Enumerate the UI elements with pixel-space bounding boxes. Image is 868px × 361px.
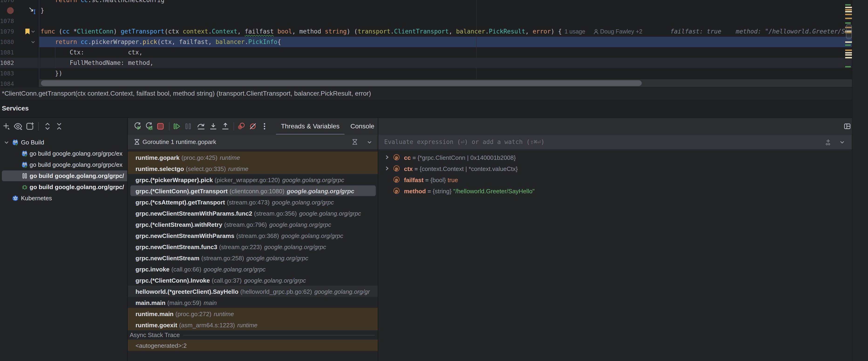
tab-threads-variables[interactable]: Threads & Variables — [276, 118, 345, 135]
view-options-button[interactable] — [12, 118, 24, 135]
frame-row-content: grpc.(*ClientConn).getTransport(clientco… — [128, 185, 378, 196]
code-line-1076[interactable]: return cc.sc.healthCheckConfig — [0, 0, 852, 5]
remove-breakpoints-button[interactable] — [247, 118, 258, 135]
code-line-1079[interactable]: func (cc *ClientConn) getTransport(ctx c… — [0, 26, 852, 37]
frame-row[interactable]: grpc.newClientStreamWithParams.func2(str… — [128, 207, 378, 219]
stripe-mark[interactable] — [845, 22, 851, 24]
code-line-1077[interactable]: } — [0, 5, 852, 16]
stripe-mark[interactable] — [845, 54, 852, 56]
variable-row-failfast[interactable]: pfailfast = {bool} true — [378, 174, 852, 185]
tree-item-go-build-google-golang-org-grpc-ex[interactable]: go build google.golang.org/grpc/ex — [0, 148, 127, 159]
tree-item-go-build[interactable]: Go Build — [0, 137, 127, 148]
variable-row-method[interactable]: pmethod = {string} "/helloworld.Greeter/… — [378, 185, 852, 196]
usages-hint[interactable]: 1 usage — [565, 26, 585, 37]
frame-row[interactable]: runtime.gopark(proc.go:425)runtime — [128, 152, 378, 163]
stripe-mark[interactable] — [845, 57, 852, 58]
mute-breakpoints-button[interactable] — [236, 118, 247, 135]
stripe-mark[interactable] — [845, 66, 851, 67]
resume-button[interactable] — [171, 118, 182, 135]
frame-row[interactable]: grpc.(*ClientConn).getTransport(clientco… — [128, 185, 378, 196]
variable-expand-chevron-icon[interactable] — [384, 155, 390, 160]
code-line-1078[interactable] — [0, 16, 852, 26]
frame-row[interactable]: grpc.newClientStreamWithParams(stream.go… — [128, 230, 378, 241]
frame-row[interactable]: grpc.newClientStream(stream.go:258)googl… — [128, 252, 378, 263]
add-button[interactable] — [1, 118, 12, 135]
evaluate-collapse-chevron-icon[interactable] — [839, 139, 845, 145]
stop-button[interactable] — [155, 118, 166, 135]
tree-item-go-build-google-golang-org-grpc-[interactable]: go build google.golang.org/grpc/ — [0, 170, 127, 182]
tree-expand-chevron-icon[interactable] — [3, 139, 10, 146]
code-line-1083[interactable]: }) — [0, 68, 852, 78]
stripe-mark[interactable] — [845, 7, 852, 8]
stripe-mark[interactable] — [845, 4, 851, 6]
pause-button[interactable] — [183, 118, 194, 135]
variable-expand-chevron-icon[interactable] — [384, 166, 390, 171]
rerun-button[interactable] — [132, 118, 143, 135]
run-configurations-tree[interactable]: Go Buildgo build google.golang.org/grpc/… — [0, 135, 127, 361]
step-out-button[interactable] — [220, 118, 231, 135]
frame-row[interactable]: runtime.goexit(asm_arm64.s:1223)runtime — [128, 319, 378, 330]
frames-list[interactable]: runtime.gopark(proc.go:425)runtimeruntim… — [128, 149, 378, 361]
stripe-mark[interactable] — [845, 11, 852, 12]
tree-item-go-build-google-golang-org-grpc-ex[interactable]: go build google.golang.org/grpc/ex — [0, 159, 127, 170]
stripe-mark[interactable] — [845, 52, 852, 54]
frame-row[interactable]: helloworld.(*greeterClient).SayHello(hel… — [128, 286, 378, 297]
variable-row-cc[interactable]: pcc = {*grpc.ClientConn | 0x140001b2008} — [378, 152, 852, 163]
code-token: * — [70, 28, 77, 35]
tree-item-go-build-google-golang-org-grpc-[interactable]: go build google.golang.org/grpc/ — [0, 182, 127, 193]
code-token: . — [485, 28, 489, 35]
services-panel: Go Buildgo build google.golang.org/grpc/… — [0, 118, 868, 361]
vertical-scrollbar-thumb[interactable] — [846, 24, 852, 39]
go-build-icon — [12, 139, 19, 145]
error-stripe[interactable] — [845, 0, 852, 87]
frame-package: google.golang.org/grpc — [269, 221, 331, 228]
horizontal-scrollbar-track[interactable] — [39, 79, 852, 87]
frame-row[interactable]: grpc.(*csAttempt).getTransport(stream.go… — [128, 196, 378, 207]
code-line-1082[interactable]: FullMethodName: method, — [0, 58, 852, 68]
goroutine-selector[interactable]: Goroutine 1 runtime.gopark — [128, 135, 378, 149]
frame-file-line: (main.go:59) — [167, 299, 202, 306]
author-hint[interactable]: Doug Fawley +2 — [600, 26, 642, 37]
expand-all-button[interactable] — [42, 118, 53, 135]
tab-console[interactable]: Console — [350, 118, 373, 135]
variables-list[interactable]: pcc = {*grpc.ClientConn | 0x140001b2008}… — [378, 149, 852, 361]
code-line-1081[interactable]: Ctx: ctx, — [0, 47, 852, 58]
stripe-mark[interactable] — [845, 50, 852, 51]
horizontal-scrollbar-thumb[interactable] — [41, 80, 642, 86]
frame-row[interactable]: runtime.selectgo(select.go:335)runtime — [128, 163, 378, 174]
code-token: (ctx, failfast, — [157, 38, 215, 45]
step-over-button[interactable] — [195, 118, 207, 135]
frame-row[interactable]: grpc.(*ClientConn).Invoke(call.go:37)goo… — [128, 274, 378, 286]
tree-item-kubernetes[interactable]: Kubernetes — [0, 193, 127, 204]
frame-row[interactable]: grpc.(*clientStream).withRetry(stream.go… — [128, 219, 378, 230]
frame-package: google.golang.org/grpc — [246, 255, 308, 262]
frame-row[interactable]: grpc.(*pickerWrapper).pick(picker_wrappe… — [128, 174, 378, 185]
code-text: func (cc *ClientConn) getTransport(ctx c… — [40, 26, 642, 37]
frame-row[interactable]: main.main(main.go:59)main — [128, 297, 378, 308]
rerun-debug-button[interactable] — [144, 118, 155, 135]
stripe-mark[interactable] — [845, 9, 852, 10]
variable-row-ctx[interactable]: pctx = {context.Context | *context.value… — [378, 163, 852, 174]
goroutine-dropdown-chevron-icon[interactable] — [366, 139, 373, 145]
thread-filter-icon[interactable] — [352, 139, 358, 145]
layout-settings-button[interactable] — [842, 118, 853, 135]
parameter-letter: p — [394, 188, 399, 194]
add-watch-icon[interactable] — [824, 138, 832, 146]
frame-row[interactable]: grpc.newClientStream.func3(stream.go:223… — [128, 241, 378, 252]
evaluate-expression-field[interactable]: Evaluate expression (⏎) or add a watch (… — [378, 135, 852, 149]
frame-row[interactable]: <autogenerated>:2 — [128, 339, 378, 351]
frame-file-line: (proc.go:425) — [181, 154, 217, 161]
step-into-button[interactable] — [208, 118, 219, 135]
stripe-mark[interactable] — [845, 44, 851, 46]
code-editor[interactable]: 10761078107910801081108210831084 return … — [0, 0, 852, 87]
stripe-mark[interactable] — [845, 41, 852, 43]
more-icon — [260, 122, 269, 130]
frame-row[interactable]: runtime.main(proc.go:272)runtime — [128, 308, 378, 319]
stripe-mark[interactable] — [845, 18, 852, 19]
collapse-all-button[interactable] — [54, 118, 65, 135]
stripe-mark[interactable] — [845, 14, 852, 15]
new-tab-button[interactable] — [24, 118, 35, 135]
code-line-1080[interactable]: return cc.pickerWrapper.pick(ctx, failfa… — [0, 37, 852, 47]
more-button[interactable] — [259, 118, 270, 135]
frame-row[interactable]: grpc.invoke(call.go:66)google.golang.org… — [128, 263, 378, 274]
